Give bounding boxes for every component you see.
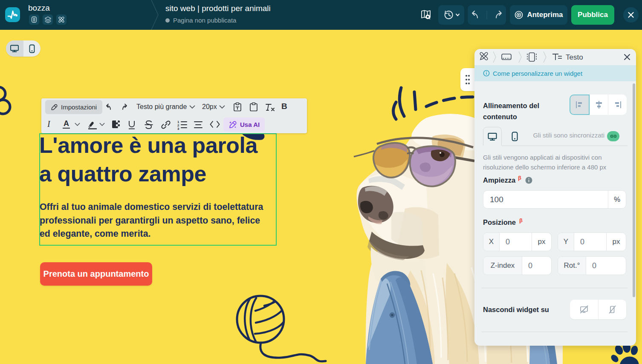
svg-text:Testo: Testo — [566, 53, 583, 61]
svg-text:3: 3 — [177, 127, 179, 130]
